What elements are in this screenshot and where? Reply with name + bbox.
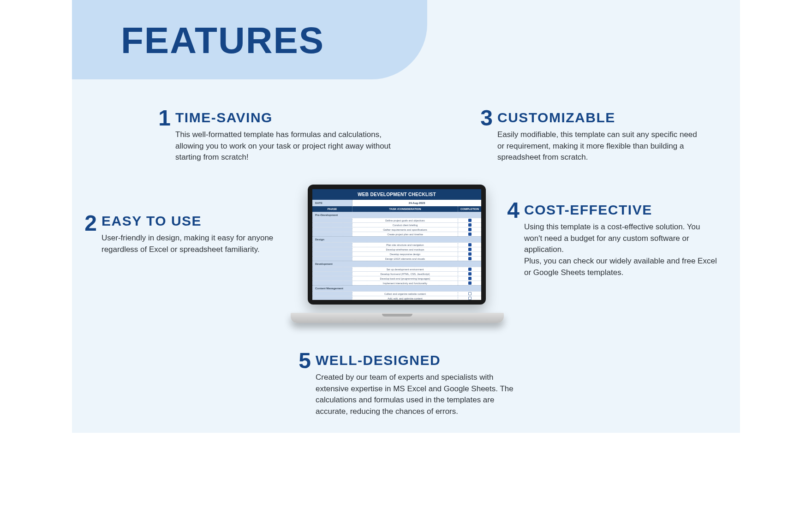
laptop-notch bbox=[382, 314, 412, 317]
sheet-task-cell: Develop wireframes and mockups bbox=[352, 248, 458, 251]
page-title: FEATURES bbox=[72, 0, 427, 62]
sheet-phase-row: Development bbox=[312, 261, 481, 267]
sheet-task-row: Set up development environment bbox=[312, 267, 481, 271]
feature-title: WELL-DESIGNED bbox=[316, 353, 519, 367]
checkbox-icon bbox=[468, 228, 472, 231]
feature-description: Using this template is a cost-effective … bbox=[524, 221, 718, 278]
feature-title: EASY TO USE bbox=[102, 214, 286, 228]
sheet-task-cell: Collect and organize website content bbox=[352, 292, 458, 296]
checkbox-icon bbox=[468, 248, 472, 251]
spreadsheet-preview: WEB DEVELOPMENT CHECKLIST DATE 24-Aug-20… bbox=[312, 189, 481, 300]
sheet-phase-row: Content Management bbox=[312, 285, 481, 291]
feature-time-saving: 1 TIME-SAVING This well-formatted templa… bbox=[152, 107, 398, 163]
features-slide: FEATURES 1 TIME-SAVING This well-formatt… bbox=[72, 0, 740, 433]
sheet-completion-cell bbox=[458, 252, 481, 256]
sheet-phase-spacer bbox=[312, 218, 352, 222]
sheet-task-row: Implement interactivity and functionalit… bbox=[312, 281, 481, 285]
sheet-phase-spacer bbox=[312, 252, 352, 256]
col-header-completion: COMPLETION bbox=[458, 206, 481, 212]
feature-description: Created by our team of experts and speci… bbox=[316, 372, 519, 418]
sheet-task-cell: Implement interactivity and functionalit… bbox=[352, 281, 458, 285]
feature-number: 2 bbox=[78, 212, 97, 234]
sheet-task-cell: Develop back-end (programming languages) bbox=[352, 277, 458, 281]
sheet-phase-spacer bbox=[312, 223, 352, 227]
sheet-task-cell: Add, edit, and optimize content bbox=[352, 297, 458, 300]
sheet-task-cell: Set up development environment bbox=[352, 268, 458, 271]
feature-title: COST-EFFECTIVE bbox=[524, 203, 718, 217]
laptop-mockup: WEB DEVELOPMENT CHECKLIST DATE 24-Aug-20… bbox=[291, 185, 504, 323]
sheet-completion-cell bbox=[458, 272, 481, 275]
sheet-date-row: DATE 24-Aug-2023 bbox=[312, 200, 481, 206]
sheet-task-row: Develop wireframes and mockups bbox=[312, 247, 481, 251]
sheet-phase-spacer bbox=[312, 227, 352, 232]
sheet-task-cell: Plan site structure and navigation bbox=[352, 243, 458, 247]
sheet-column-headers: PHASE TASK /CONSIDERATION COMPLETION bbox=[312, 206, 481, 212]
checkbox-icon bbox=[468, 281, 472, 285]
sheet-title: WEB DEVELOPMENT CHECKLIST bbox=[312, 189, 481, 200]
sheet-task-row: Design UI/UX elements and visuals bbox=[312, 256, 481, 261]
sheet-task-cell: Gather requirements and specifications bbox=[352, 228, 458, 232]
checkbox-icon bbox=[468, 243, 472, 246]
sheet-phase-spacer bbox=[312, 281, 352, 285]
sheet-completion-cell bbox=[458, 268, 481, 271]
feature-number: 3 bbox=[474, 107, 493, 129]
checkbox-icon bbox=[468, 272, 472, 275]
sheet-phase-spacer bbox=[312, 232, 352, 236]
checkbox-icon bbox=[468, 233, 472, 236]
sheet-task-row: Gather requirements and specifications bbox=[312, 227, 481, 232]
sheet-completion-cell bbox=[458, 277, 481, 280]
sheet-phase-spacer bbox=[312, 272, 352, 276]
sheet-task-cell: Define project goals and objectives bbox=[352, 219, 458, 222]
checkbox-icon bbox=[468, 257, 472, 260]
checkbox-icon bbox=[468, 297, 472, 300]
sheet-task-row: Add, edit, and optimize content bbox=[312, 296, 481, 300]
sheet-task-row: Develop front-end (HTML, CSS, JavaScript… bbox=[312, 271, 481, 276]
sheet-task-row: Plan site structure and navigation bbox=[312, 242, 481, 247]
sheet-task-cell: Develop responsive design bbox=[352, 252, 458, 256]
sheet-completion-cell bbox=[458, 297, 481, 300]
sheet-phase-spacer bbox=[312, 257, 352, 261]
feature-well-designed: 5 WELL-DESIGNED Created by our team of e… bbox=[293, 350, 519, 418]
sheet-phase-spacer bbox=[312, 247, 352, 251]
feature-customizable: 3 CUSTOMIZABLE Easily modifiable, this t… bbox=[474, 107, 700, 163]
checkbox-icon bbox=[468, 223, 472, 227]
sheet-completion-cell bbox=[458, 243, 481, 246]
sheet-task-row: Define project goals and objectives bbox=[312, 218, 481, 222]
checkbox-icon bbox=[468, 277, 472, 280]
sheet-completion-cell bbox=[458, 292, 481, 295]
header-ribbon: FEATURES bbox=[72, 0, 427, 79]
sheet-phase-spacer bbox=[312, 292, 352, 296]
feature-cost-effective: 4 COST-EFFECTIVE Using this template is … bbox=[501, 199, 718, 278]
sheet-phase-spacer bbox=[312, 276, 352, 281]
checkbox-icon bbox=[468, 219, 472, 222]
sheet-completion-cell bbox=[458, 223, 481, 227]
laptop-screen-frame: WEB DEVELOPMENT CHECKLIST DATE 24-Aug-20… bbox=[308, 185, 486, 305]
feature-title: TIME-SAVING bbox=[175, 111, 398, 125]
feature-easy-to-use: 2 EASY TO USE User-friendly in design, m… bbox=[78, 212, 286, 255]
col-header-phase: PHASE bbox=[312, 206, 352, 212]
feature-description: User-friendly in design, making it easy … bbox=[102, 233, 286, 255]
sheet-task-row: Develop responsive design bbox=[312, 251, 481, 256]
sheet-task-cell: Develop front-end (HTML, CSS, JavaScript… bbox=[352, 272, 458, 276]
sheet-completion-cell bbox=[458, 281, 481, 285]
sheet-completion-cell bbox=[458, 233, 481, 236]
sheet-date-value: 24-Aug-2023 bbox=[352, 200, 481, 206]
sheet-completion-cell bbox=[458, 219, 481, 222]
sheet-task-cell: Design UI/UX elements and visuals bbox=[352, 257, 458, 261]
checkbox-icon bbox=[468, 268, 472, 271]
feature-description: Easily modifiable, this template can sui… bbox=[497, 129, 700, 163]
sheet-body: Pre-DevelopmentDefine project goals and … bbox=[312, 212, 481, 300]
sheet-phase-spacer bbox=[312, 267, 352, 271]
col-header-task: TASK /CONSIDERATION bbox=[352, 206, 458, 212]
sheet-completion-cell bbox=[458, 228, 481, 231]
sheet-phase-row: Pre-Development bbox=[312, 212, 481, 218]
sheet-task-row: Create project plan and timeline bbox=[312, 232, 481, 236]
sheet-phase-spacer bbox=[312, 296, 352, 300]
sheet-completion-cell bbox=[458, 257, 481, 260]
feature-description: This well-formatted template has formula… bbox=[175, 129, 398, 163]
sheet-completion-cell bbox=[458, 248, 481, 251]
sheet-phase-spacer bbox=[312, 243, 352, 247]
sheet-phase-row: Design bbox=[312, 236, 481, 242]
sheet-task-row: Develop back-end (programming languages) bbox=[312, 276, 481, 281]
sheet-task-cell: Conduct client briefing bbox=[352, 223, 458, 227]
